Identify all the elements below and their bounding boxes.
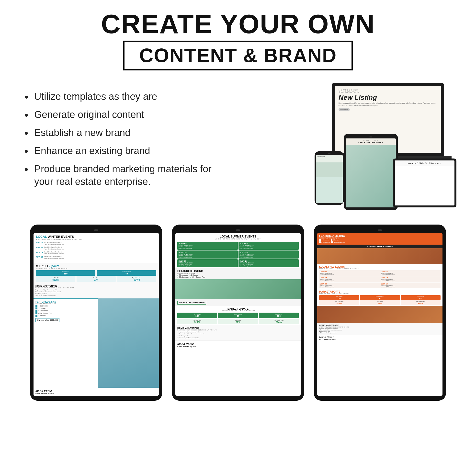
middle-stat-sale-price: Avg. Sale Price $250k [177,319,217,324]
right-featured-address: COLONIAL DRIVE, TOWN, TX [319,237,441,239]
left-events-title: LOCAL WINTER EVENTS [36,235,156,238]
bullet-item-1: Utilize templates as they are [24,90,231,103]
left-event-row-4: APR 24 Local City Event Number 14pm–8pm … [36,256,156,260]
right-event-date-6: JULY 14 [381,283,440,285]
right-stat-contract-value: 40 [360,297,399,299]
left-bedrooms: 4 Bedrooms [38,305,48,307]
middle-maint-item-1: ● Inspect for chipped exterior paint [177,331,299,333]
right-market-subtitle: SERVING THE LOCAL NEIGHBORHOOD [319,293,441,294]
middle-featured-address: COLONIAL DRIVE, TOWN, TX [177,272,299,274]
left-event-date-3: APR 14 [36,251,43,254]
left-event-date-4: APR 24 [36,256,43,258]
middle-event-desc-2: Location & Address HereOther's Descripti… [240,246,298,249]
middle-events-header: LOCAL SUMMER EVENTS JOIN IN ON THE SEASO… [175,233,301,241]
left-event-date-1: MAR 04 [36,242,43,244]
left-event-row-2: MAR 26 Local City Event Number 14pm–8pm … [36,246,156,250]
middle-event-5: JULY 06 EVENT NAME HERE Location & Addre… [177,259,238,267]
middle-event-desc-1: Location & Address HereOther's Descripti… [179,246,237,249]
middle-maint-item-4: ● Trim trees, bushes, and shrubs [177,337,299,339]
left-maint-title: HOME MAINTENACE [35,285,157,287]
right-tablet: FEATURED LISTING COLONIAL DRIVE, TOWN, T… [314,224,446,401]
right-stat-ratio-value: 97% [360,302,399,305]
middle-feat-bath: ■ 3 Bathrooms ■ 4294 Square Feet [177,276,299,278]
left-tablet-camera [94,229,98,231]
left-tablet: LOCAL WINTER EVENTS JOIN IN ON THE SEASO… [30,224,162,401]
middle-events-title: LOCAL SUMMER EVENTS [178,235,298,238]
middle-maint-title: HOME MAINTENACE [177,327,299,329]
middle-events-grid: JUNE 05 EVENT NAME HERE Location & Addre… [175,241,301,268]
left-market-title: MARKET Update [36,264,156,268]
left-garage: 1 Garage [38,307,46,309]
right-fall-stats: New listings 180 Under Contract 40 Sold … [319,295,441,300]
left-event-text-4: Local City Event Number 14pm–8pm Locatio… [44,256,64,260]
right-stat-listing-price: Avg. Listing Price $240k [401,300,441,305]
left-detail-sqft: 4294 Square Feet [35,312,96,314]
right-maint-item-4: ● Trim trees, bushes, and shrubs [319,332,441,334]
right-market: MARKET UPDATE SERVING THE LOCAL NEIGHBOR… [317,289,442,306]
middle-maint-item-3: ● Fertilize your lawn [177,335,299,337]
left-agent-name: Maria Perez [35,389,54,392]
left-stat-ratio: Sale Ratio 97% [77,276,116,282]
right-fall-features-2: 3 Bathrooms 4294 Square Feet [319,241,441,243]
page-wrapper: CREATE YOUR OWN CONTENT & BRAND Utilize … [0,0,476,476]
left-featured-address: COLONIAL DRIVE, TOWN, TX [35,303,96,305]
right-events-title: LOCAL FALL EVENTS [319,265,441,268]
bottom-tablets: LOCAL WINTER EVENTS JOIN IN ON THE SEASO… [15,224,461,401]
left-events-header: LOCAL WINTER EVENTS JOIN IN ON THE SEASO… [34,233,159,263]
middle-event-date-5: JULY 06 [179,260,237,262]
bullet-list-container: Utilize templates as they are Generate o… [24,83,231,201]
left-market-stats: New listings 180 Under Contract 40 [36,270,156,276]
middle-stat-new: New listings 180 [177,313,217,318]
middle-tablet-camera [236,229,240,231]
middle-home-maint: HOME MAINTENACE MAINTAIN YOUR SUMMER CLE… [175,325,301,340]
tablet-screen: NEWSLETTER CHECK OUT THIS WEEK'S [346,138,396,207]
left-stat-new: New listings 180 [36,270,95,276]
middle-stat-new-value: 180 [178,315,217,317]
right-tablet-camera [378,229,382,231]
laptop-heading: New Listing [339,94,437,102]
middle-event-1: JUNE 05 EVENT NAME HERE Location & Addre… [177,242,238,250]
left-tablet-screen: LOCAL WINTER EVENTS JOIN IN ON THE SEASO… [34,233,159,396]
laptop-btn: Read More [339,108,350,111]
right-offer: CURRENT OFFER $900.000 [317,245,442,248]
right-event-desc-6: Location & Address Here [381,286,440,288]
middle-agent: Maria Perez Real Estate Agent [175,340,301,349]
right-event-2: JUNE 09 EVENT NAME HERE Location & Addre… [380,270,441,276]
middle-event-date-2: JUNE 09 [240,242,298,245]
right-market-title: MARKET UPDATE [319,290,441,293]
middle-maint-item-2: ● Remove insulation from outdoor faucets [177,333,299,335]
middle-event-6: JULY 14 EVENT NAME HERE Location & Addre… [238,259,299,267]
tablet-right-header: NEWSLETTER VINTAGE HOUSE FOR SALE [395,160,455,166]
middle-event-desc-5: Location & Address HereOther's Descripti… [179,264,237,267]
left-market-subtitle: SERVING THE LOCAL NEIGHBORHOOD [36,268,156,269]
middle-maint-subtitle: MAINTAIN YOUR SUMMER CLEANING UP-TO-DATE [177,329,299,331]
middle-tablet: LOCAL SUMMER EVENTS JOIN IN ON THE SEASO… [172,224,304,401]
bullet-item-2: Generate original content [24,108,231,121]
left-event-date-2: MAR 26 [36,246,43,249]
right-event-3: JUNE 15 EVENT NAME HERE Location & Addre… [319,276,380,282]
tablet-sub-label: CHECK OUT THIS WEEK'S [348,141,394,144]
left-stat-sale-price-value: $250k [36,279,75,281]
right-events-subtitle: JOIN IN ON THE SEASONAL FUN WITH A DAY O… [319,268,441,270]
bullet-list: Utilize templates as they are Generate o… [24,90,231,188]
left-event-text-1: Local City Event Number 14pm–8pm Locatio… [44,242,64,246]
middle-event-desc-3: Location & Address HereOther's Descripti… [179,255,237,258]
left-maint-subtitle: MAINTAIN YOUR WINTER CLEANING UP-TO-DATE [35,287,157,289]
middle-event-4: JUNE 25 EVENT NAME HERE Location & Addre… [238,251,299,258]
middle-event-date-6: JULY 14 [240,260,298,262]
right-event-desc-2: Location & Address Here [381,274,440,275]
phone-screen: NEWSLETTER [316,155,343,203]
middle-market-stats-2: Avg. Sale Price $250k Sale Ratio 97% Avg… [177,319,299,324]
right-event-6: JULY 14 EVENT NAME HERE Location & Addre… [380,283,441,288]
left-event-row-3: APR 14 Local City Event Number 14pm–8pm … [36,251,156,255]
middle-property-img [175,279,301,299]
left-offer: Current offer $900,000 [35,318,59,322]
left-detail-garage: 1 Garage [35,307,96,309]
right-featured-title: FEATURED LISTING [319,234,441,237]
left-maint-item-1: Inspect for chipped exterior paint [35,289,157,290]
left-market-update: MARKET Update SERVING THE LOCAL NEIGHBOR… [34,263,159,283]
left-stat-contract-value: 40 [97,272,156,275]
tablet-right-mockup: NEWSLETTER VINTAGE HOUSE FOR SALE [393,158,457,207]
left-featured-wrapper: FEATURED Listing COLONIAL DRIVE, TOWN, T… [34,298,159,388]
middle-feat-bed: ■ 4 Bedrooms ■ 1 Garage [177,274,299,276]
